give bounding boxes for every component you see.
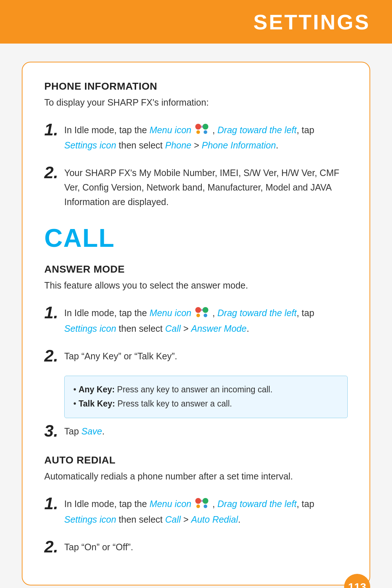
call-link-2: Call <box>165 514 181 524</box>
menu-icon-link-3: Menu icon <box>150 499 191 509</box>
svg-point-2 <box>196 130 200 134</box>
call-heading: CALL <box>44 224 348 253</box>
auto-redial-step-2: 2. Tap “On” or “Off”. <box>44 538 348 556</box>
main-content: PHONE INFORMATION To display your SHARP … <box>0 44 392 588</box>
any-key-text: Press any key to answer an incoming call… <box>115 385 273 394</box>
svg-point-10 <box>195 498 201 504</box>
header: SETTINGS <box>0 0 392 44</box>
svg-point-14 <box>201 500 203 502</box>
am-step-3-content: Tap Save. <box>64 422 105 438</box>
settings-icon-link-3: Settings icon <box>64 514 116 524</box>
answer-mode-step-3: 3. Tap Save. <box>44 422 348 440</box>
drag-left-link-2: Drag toward the left <box>217 308 297 318</box>
menu-icon-link-2: Menu icon <box>150 308 191 318</box>
drag-left-link-1: Drag toward the left <box>217 125 297 135</box>
svg-point-7 <box>196 314 200 317</box>
phone-info-step-2: 2. Your SHARP FX's My Mobile Number, IME… <box>44 163 348 209</box>
any-key-bold: Any Key: <box>78 385 115 394</box>
svg-point-13 <box>204 505 207 508</box>
svg-point-3 <box>204 130 207 134</box>
talk-key-bold: Talk Key: <box>78 399 115 408</box>
am-step-2-content: Tap “Any Key” or “Talk Key”. <box>64 347 177 363</box>
svg-point-6 <box>203 307 208 313</box>
answer-mode-step-2: 2. Tap “Any Key” or “Talk Key”. <box>44 347 348 365</box>
ar-step-2-content: Tap “On” or “Off”. <box>64 538 133 554</box>
am-step-number-3: 3. <box>44 422 64 440</box>
am-step-number-1: 1. <box>44 303 64 322</box>
svg-point-5 <box>195 307 201 313</box>
menu-icon-3 <box>195 497 209 512</box>
svg-point-1 <box>203 124 208 130</box>
auto-redial-heading: AUTO REDIAL <box>44 454 348 466</box>
page-number-wrap: 113 <box>344 574 370 588</box>
settings-icon-link-2: Settings icon <box>64 323 116 334</box>
phone-information-section: PHONE INFORMATION To display your SHARP … <box>44 81 348 209</box>
svg-point-12 <box>196 505 200 508</box>
step-number-2: 2. <box>44 163 64 182</box>
auto-redial-section: AUTO REDIAL Automatically redials a phon… <box>44 454 348 556</box>
svg-point-0 <box>195 124 201 130</box>
page-number: 113 <box>344 574 370 588</box>
answer-mode-link: Answer Mode <box>191 323 247 334</box>
svg-point-8 <box>204 314 207 317</box>
save-link: Save <box>81 426 102 436</box>
ar-step-number-2: 2. <box>44 538 64 556</box>
auto-redial-link: Auto Redial <box>191 514 238 524</box>
content-card: PHONE INFORMATION To display your SHARP … <box>22 62 370 585</box>
header-title: SETTINGS <box>253 10 370 34</box>
phone-info-step-1: 1. In Idle mode, tap the Menu icon , Dra… <box>44 121 348 153</box>
answer-mode-desc: This feature allows you to select the an… <box>44 279 348 293</box>
svg-point-4 <box>201 126 203 128</box>
answer-mode-info-box: • Any Key: Press any key to answer an in… <box>64 376 348 418</box>
step-1-content: In Idle mode, tap the Menu icon , Drag t… <box>64 121 314 153</box>
svg-point-9 <box>201 309 203 311</box>
am-step-number-2: 2. <box>44 347 64 365</box>
answer-mode-section: ANSWER MODE This feature allows you to s… <box>44 264 348 440</box>
auto-redial-step-1: 1. In Idle mode, tap the Menu icon , Dra… <box>44 494 348 527</box>
call-link-1: Call <box>165 323 181 334</box>
answer-mode-heading: ANSWER MODE <box>44 264 348 275</box>
info-line-1: • Any Key: Press any key to answer an in… <box>73 383 339 397</box>
phone-info-desc: To display your SHARP FX's information: <box>44 96 348 110</box>
auto-redial-desc: Automatically redials a phone number aft… <box>44 470 348 483</box>
talk-key-text: Press talk key to answer a call. <box>115 399 232 408</box>
menu-icon-2 <box>195 306 209 321</box>
phone-info-heading: PHONE INFORMATION <box>44 81 348 92</box>
am-step-1-content: In Idle mode, tap the Menu icon , Drag t… <box>64 303 314 336</box>
menu-icon-link-1: Menu icon <box>150 125 191 135</box>
ar-step-number-1: 1. <box>44 494 64 513</box>
phone-information-link: Phone Information <box>202 140 276 150</box>
svg-point-11 <box>203 498 208 504</box>
settings-icon-link-1: Settings icon <box>64 140 116 150</box>
step-number-1: 1. <box>44 121 64 139</box>
info-line-2: • Talk Key: Press talk key to answer a c… <box>73 397 339 411</box>
answer-mode-step-1: 1. In Idle mode, tap the Menu icon , Dra… <box>44 303 348 336</box>
ar-step-1-content: In Idle mode, tap the Menu icon , Drag t… <box>64 494 314 527</box>
phone-link-1: Phone <box>165 140 191 150</box>
menu-icon-1 <box>195 123 209 138</box>
drag-left-link-3: Drag toward the left <box>217 499 297 509</box>
step-2-content: Your SHARP FX's My Mobile Number, IMEI, … <box>64 163 348 209</box>
